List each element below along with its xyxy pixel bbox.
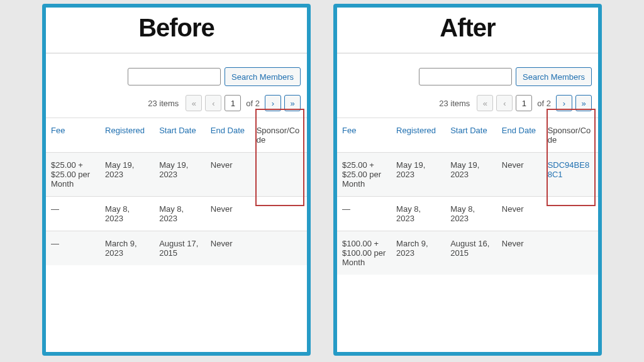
before-content: Search Members 23 items « ‹ 1 of 2 › » F… <box>46 8 307 352</box>
search-bar: Search Members <box>46 53 307 91</box>
pager-last-button[interactable]: » <box>284 95 301 111</box>
cell-fee: $25.00 + $25.00 per Month <box>337 153 391 197</box>
cell-sponsor: SDC94BE88C1 <box>543 153 598 197</box>
cell-registered: May 19, 2023 <box>391 153 445 197</box>
search-input[interactable] <box>419 68 512 85</box>
pagination: 23 items « ‹ 1 of 2 › » <box>46 91 307 118</box>
cell-sponsor <box>543 231 598 275</box>
cell-end: Never <box>206 231 252 266</box>
pager-first-button[interactable]: « <box>477 95 493 111</box>
cell-registered: March 9, 2023 <box>391 231 445 275</box>
col-end-date[interactable]: End Date <box>497 118 543 153</box>
col-start-date[interactable]: Start Date <box>154 118 206 153</box>
pager-total-pages: of 2 <box>244 95 262 111</box>
cell-registered: March 9, 2023 <box>100 231 154 266</box>
cell-start: May 19, 2023 <box>154 153 206 197</box>
cell-end: Never <box>206 197 252 231</box>
cell-fee: $100.00 + $100.00 per Month <box>337 231 391 275</box>
table-row: — March 9, 2023 August 17, 2015 Never <box>46 231 307 266</box>
col-fee[interactable]: Fee <box>337 118 391 153</box>
search-members-button[interactable]: Search Members <box>516 67 592 86</box>
col-start-date[interactable]: Start Date <box>445 118 497 153</box>
members-table: Fee Registered Start Date End Date Spons… <box>337 118 598 275</box>
pager-first-button[interactable]: « <box>186 95 202 111</box>
cell-end: Never <box>206 153 252 197</box>
search-members-button[interactable]: Search Members <box>225 67 301 86</box>
table-row: $25.00 + $25.00 per Month May 19, 2023 M… <box>337 153 598 197</box>
col-registered[interactable]: Registered <box>100 118 154 153</box>
cell-end: Never <box>497 231 543 275</box>
cell-fee: — <box>337 197 391 231</box>
cell-start: May 8, 2023 <box>445 197 497 231</box>
cell-end: Never <box>497 153 543 197</box>
before-panel: Before Search Members 23 items « ‹ 1 of … <box>42 4 311 356</box>
cell-start: August 17, 2015 <box>154 231 206 266</box>
pager-last-button[interactable]: » <box>575 95 592 111</box>
pager-item-count: 23 items <box>439 99 470 108</box>
cell-registered: May 8, 2023 <box>391 197 445 231</box>
col-sponsor[interactable]: Sponsor/Code <box>252 118 307 153</box>
cell-sponsor <box>252 197 307 231</box>
cell-sponsor <box>252 153 307 197</box>
table-header-row: Fee Registered Start Date End Date Spons… <box>46 118 307 153</box>
cell-start: May 8, 2023 <box>154 197 206 231</box>
table-row: — May 8, 2023 May 8, 2023 Never <box>337 197 598 231</box>
cell-sponsor <box>543 197 598 231</box>
search-bar: Search Members <box>337 53 598 91</box>
pager-current-page: 1 <box>225 95 241 111</box>
pagination: 23 items « ‹ 1 of 2 › » <box>337 91 598 118</box>
cell-fee: — <box>46 197 100 231</box>
pager-prev-button[interactable]: ‹ <box>205 95 221 111</box>
after-content: Search Members 23 items « ‹ 1 of 2 › » F… <box>337 8 598 352</box>
pager-prev-button[interactable]: ‹ <box>496 95 513 111</box>
pager-next-button[interactable]: › <box>556 95 572 111</box>
cell-start: August 16, 2015 <box>445 231 497 275</box>
cell-sponsor <box>252 231 307 266</box>
col-sponsor[interactable]: Sponsor/Code <box>543 118 598 153</box>
pager-item-count: 23 items <box>148 99 179 108</box>
after-panel: After Search Members 23 items « ‹ 1 of 2… <box>333 4 602 356</box>
cell-end: Never <box>497 197 543 231</box>
pager-next-button[interactable]: › <box>265 95 281 111</box>
cell-fee: — <box>46 231 100 266</box>
search-input[interactable] <box>128 68 221 85</box>
cell-fee: $25.00 + $25.00 per Month <box>46 153 100 197</box>
pager-current-page: 1 <box>516 95 532 111</box>
table-row: — May 8, 2023 May 8, 2023 Never <box>46 197 307 231</box>
table-row: $100.00 + $100.00 per Month March 9, 202… <box>337 231 598 275</box>
cell-registered: May 8, 2023 <box>100 197 154 231</box>
cell-registered: May 19, 2023 <box>100 153 154 197</box>
cell-start: May 19, 2023 <box>445 153 497 197</box>
pager-total-pages: of 2 <box>535 95 553 111</box>
col-fee[interactable]: Fee <box>46 118 100 153</box>
members-table: Fee Registered Start Date End Date Spons… <box>46 118 307 265</box>
table-header-row: Fee Registered Start Date End Date Spons… <box>337 118 598 153</box>
table-row: $25.00 + $25.00 per Month May 19, 2023 M… <box>46 153 307 197</box>
col-registered[interactable]: Registered <box>391 118 445 153</box>
col-end-date[interactable]: End Date <box>206 118 252 153</box>
